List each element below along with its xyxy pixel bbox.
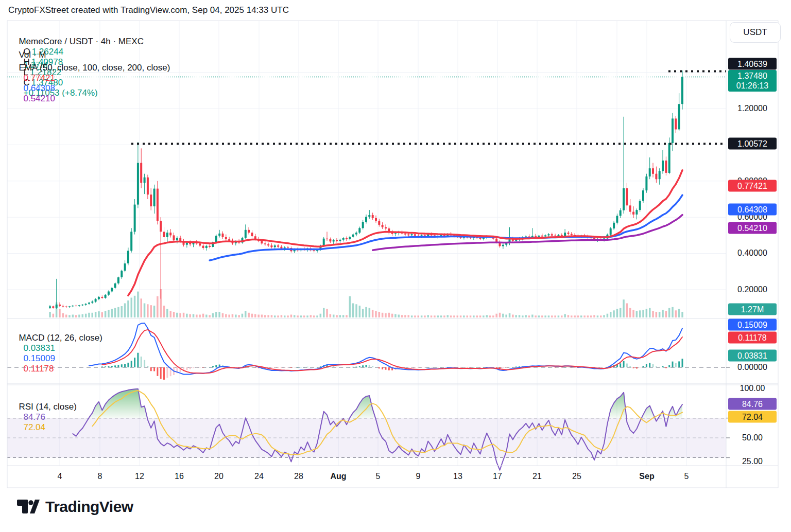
ema100-value: 0.64308	[23, 83, 55, 93]
macd-legend-row[interactable]: MACD (12, 26, close) 0.03831 0.15009 0.1…	[14, 323, 102, 374]
macd-histogram-value: 0.03831	[23, 343, 55, 353]
ema200-value: 0.54210	[23, 94, 55, 103]
rsi-ma-value: 72.04	[23, 422, 45, 432]
macd-signal-value: 0.11178	[23, 364, 54, 374]
macd-label: MACD (12, 26, close)	[19, 333, 102, 343]
ema-label: EMA (50, close, 100, close, 200, close)	[19, 63, 170, 73]
ema50-value: 0.77421	[23, 73, 55, 83]
currency-unit-button[interactable]: USDT	[730, 22, 781, 43]
rsi-value: 84.76	[23, 412, 45, 422]
ema-legend-row[interactable]: EMA (50, close, 100, close, 200, close) …	[14, 52, 170, 104]
brand-text: TradingView	[45, 498, 133, 516]
macd-line-value: 0.15009	[23, 353, 55, 363]
rsi-legend-row[interactable]: RSI (14, close) 84.76 72.04	[14, 392, 77, 433]
currency-unit-label: USDT	[743, 27, 767, 38]
tradingview-logo-icon	[17, 499, 40, 515]
rsi-label: RSI (14, close)	[19, 402, 76, 412]
tradingview-logo[interactable]: TradingView	[17, 498, 133, 516]
